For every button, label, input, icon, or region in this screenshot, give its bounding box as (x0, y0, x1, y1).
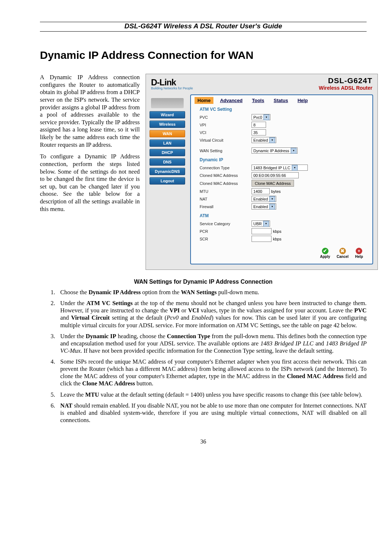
pvc-select[interactable]: Pvc0▾ (252, 114, 270, 120)
sidebar-item-wan[interactable]: WAN (150, 130, 185, 137)
sidebar-item-lan[interactable]: LAN (150, 139, 185, 147)
cancel-button[interactable]: ✖Cancel (337, 248, 349, 259)
brand-tagline: Building Networks for People (151, 86, 193, 90)
chevron-down-icon: ▾ (264, 114, 269, 120)
clone-mac-button[interactable]: Clone MAC Address (252, 180, 294, 187)
header-rule-bottom (40, 31, 367, 32)
cloned-mac-input[interactable] (252, 172, 299, 178)
model-sub: Wireless ADSL Router (319, 85, 372, 91)
vci-input[interactable] (252, 129, 266, 135)
chevron-down-icon: ▾ (292, 165, 298, 171)
vpi-input[interactable] (252, 122, 266, 128)
virtual-circuit-select[interactable]: Enabled▾ (252, 137, 276, 143)
step-1: Choose the Dynamic IP Address option fro… (57, 289, 367, 296)
chevron-down-icon: ▾ (263, 221, 269, 227)
step-3: Under the Dynamic IP heading, choose the… (57, 333, 367, 355)
virtual-circuit-label: Virtual Circuit (200, 138, 249, 142)
connection-type-select[interactable]: 1483 Bridged IP LLC▾ (252, 165, 308, 171)
connection-type-label: Connection Type (200, 166, 249, 170)
chevron-down-icon: ▾ (269, 137, 275, 143)
pcr-input[interactable] (252, 228, 271, 234)
step-2: Under the ATM VC Settings at the top of … (57, 300, 367, 329)
firewall-select[interactable]: Enabled▾ (252, 203, 276, 210)
router-screenshot: D-Link Building Networks for People DSL-… (146, 74, 378, 270)
scr-unit: kbps (273, 237, 281, 241)
service-category-select[interactable]: UBR▾ (252, 220, 270, 227)
model-name: DSL-G624T (319, 76, 372, 85)
mtu-unit: bytes (271, 189, 281, 194)
service-category-label: Service Category (200, 222, 249, 226)
page-number: 36 (40, 438, 367, 445)
sidebar-item-wizard[interactable]: Wizard (150, 111, 185, 118)
step-4: Some ISPs record the unique MAC address … (57, 358, 367, 388)
section-atm-title: ATM (191, 210, 372, 220)
cloned-mac-label-2: Cloned MAC Address (200, 181, 249, 186)
scr-label: SCR (200, 237, 249, 241)
cloned-mac-label: Cloned MAC Address (200, 173, 249, 178)
sidebar-item-wireless[interactable]: Wireless (150, 121, 185, 128)
check-icon: ✔ (322, 248, 328, 254)
vci-label: VCI (200, 130, 249, 135)
close-icon: ✖ (339, 248, 346, 254)
tab-home[interactable]: Home (195, 97, 213, 104)
sidebar-item-dynamicdns[interactable]: DynamicDNS (150, 168, 185, 175)
vpi-label: VPI (200, 123, 249, 127)
firewall-label: Firewall (200, 204, 249, 209)
plus-icon: + (356, 248, 362, 254)
apply-button[interactable]: ✔Apply (320, 248, 330, 259)
mtu-input[interactable] (252, 188, 270, 194)
running-header: DSL-G624T Wireless A DSL Router User's G… (40, 22, 367, 32)
router-thumbnail (151, 98, 184, 108)
wan-setting-select[interactable]: Dynamic IP Address▾ (252, 147, 298, 154)
sidebar-item-logout[interactable]: Logout (150, 177, 185, 185)
section-atm-vc-title: ATM VC Setting (191, 104, 372, 113)
nat-label: NAT (200, 197, 249, 201)
sidebar-item-dhcp[interactable]: DHCP (150, 149, 185, 156)
sidebar-item-dns[interactable]: DNS (150, 158, 185, 166)
tab-tools[interactable]: Tools (249, 97, 267, 104)
tab-advanced[interactable]: Advanced (217, 97, 245, 104)
pcr-label: PCR (200, 229, 249, 234)
tab-help[interactable]: Help (295, 97, 311, 104)
mtu-label: MTU (200, 189, 249, 194)
intro-paragraph-1: A Dynamic IP Address connection configur… (40, 74, 140, 149)
step-5: Leave the MTU value at the default setti… (57, 391, 367, 398)
tab-status[interactable]: Status (271, 97, 291, 104)
running-title: DSL-G624T Wireless A DSL Router User's G… (40, 22, 367, 31)
chevron-down-icon: ▾ (269, 196, 275, 202)
chevron-down-icon: ▾ (291, 148, 297, 154)
nat-select[interactable]: Enabled▾ (252, 196, 276, 202)
page-title: Dynamic IP Address Connection for WAN (40, 49, 367, 61)
help-button[interactable]: +Help (355, 248, 363, 259)
pvc-label: PVC (200, 115, 249, 119)
wan-setting-label: WAN Setting (200, 149, 249, 153)
intro-paragraph-2: To configure a Dynamic IP Address connec… (40, 153, 140, 213)
chevron-down-icon: ▾ (269, 204, 275, 210)
step-6: NAT should remain enabled. If you disabl… (57, 402, 367, 424)
pcr-unit: kbps (273, 229, 281, 234)
brand-logo: D-Link (151, 77, 193, 88)
scr-input[interactable] (252, 236, 271, 242)
section-dynamic-ip-title: Dynamic IP (191, 154, 372, 164)
screenshot-caption: WAN Settings for Dynamic IP Address Conn… (40, 279, 367, 285)
